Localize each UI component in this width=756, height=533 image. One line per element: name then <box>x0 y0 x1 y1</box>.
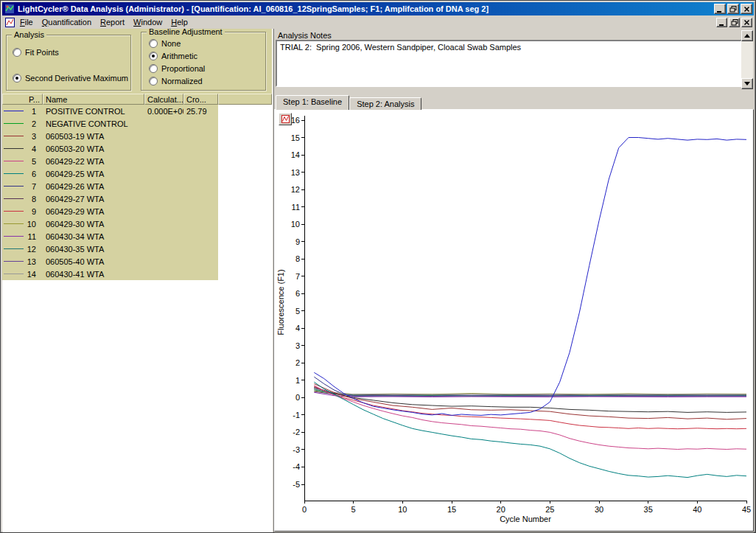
tab-label: Step 1: Baseline <box>283 97 342 106</box>
step-tabs: Step 1: BaselineStep 2: Analysis <box>276 95 754 110</box>
scroll-down-button[interactable] <box>741 78 753 89</box>
svg-text:12: 12 <box>291 185 300 194</box>
sample-color-line <box>4 111 24 111</box>
radio-label: Second Derivative Maximum <box>25 74 128 83</box>
cell-name: 060430-35 WTA <box>43 245 144 254</box>
mdi-restore-button[interactable] <box>729 18 740 27</box>
document-chart-icon-image <box>5 18 15 27</box>
position-number: 3 <box>24 132 43 141</box>
svg-text:Cycle Number: Cycle Number <box>500 515 551 523</box>
radio-circle-icon <box>149 39 158 48</box>
sample-color-line <box>4 136 24 136</box>
app-icon[interactable] <box>4 4 15 14</box>
arrow-up-icon <box>744 34 750 38</box>
menubar: FileQuantificationReportWindowHelp <box>2 15 754 29</box>
column-header-calculat[interactable]: Calculat... <box>144 94 183 105</box>
radio-label: Normalized <box>161 77 203 86</box>
sample-color-line <box>4 123 24 124</box>
sample-color-line <box>4 161 24 161</box>
tab-step-1-baseline[interactable]: Step 1: Baseline <box>276 95 349 110</box>
radio-proportional[interactable]: Proportional <box>149 63 265 73</box>
sample-table-header: P...NameCalculat...Cro... <box>2 94 272 105</box>
table-row[interactable]: 2NEGATIVE CONTROL <box>2 117 218 130</box>
cell-calculated: 0.000E+00 <box>144 107 183 116</box>
cell-name: 060505-40 WTA <box>43 257 144 266</box>
cell-position: 12 <box>2 245 43 254</box>
position-number: 9 <box>24 207 43 216</box>
svg-text:5: 5 <box>351 505 356 514</box>
column-header-name[interactable]: Name <box>43 94 144 105</box>
menu-help[interactable]: Help <box>167 16 192 28</box>
baseline-radio-group: NoneArithmeticProportionalNormalized <box>141 32 265 86</box>
table-row[interactable]: 12060430-35 WTA <box>2 243 218 255</box>
table-row[interactable]: 7060429-26 WTA <box>2 180 218 192</box>
menu-window[interactable]: Window <box>129 16 167 28</box>
sample-color-line <box>4 211 24 212</box>
table-row[interactable]: 4060503-20 WTA <box>2 142 218 155</box>
cell-name: 060429-30 WTA <box>43 220 144 229</box>
position-number: 10 <box>24 220 43 229</box>
cell-name: 060430-34 WTA <box>43 232 144 241</box>
table-row[interactable]: 1POSITIVE CONTROL0.000E+0025.79 <box>2 105 218 117</box>
svg-text:15: 15 <box>447 505 456 514</box>
cell-name: 060430-41 WTA <box>43 270 144 279</box>
sample-color-line <box>4 274 24 274</box>
cell-position: 5 <box>2 157 43 166</box>
menu-quantification[interactable]: Quantification <box>38 16 96 28</box>
main-content: Analysis Fit PointsSecond Derivative Max… <box>2 29 754 532</box>
svg-text:1: 1 <box>295 376 300 385</box>
table-row[interactable]: 14060430-41 WTA <box>2 268 218 280</box>
svg-text:25: 25 <box>545 505 554 514</box>
table-row[interactable]: 8060429-27 WTA <box>2 192 218 205</box>
scrollbar-track[interactable] <box>741 41 753 78</box>
table-row[interactable]: 11060430-34 WTA <box>2 230 218 243</box>
mdi-minimize-button[interactable] <box>716 18 727 27</box>
cell-name: 060429-25 WTA <box>43 170 144 178</box>
table-row[interactable]: 5060429-22 WTA <box>2 155 218 167</box>
svg-text:13: 13 <box>291 168 300 177</box>
analysis-groupbox: Analysis Fit PointsSecond Derivative Max… <box>6 35 131 91</box>
scroll-up-button[interactable] <box>741 30 753 41</box>
table-row[interactable]: 6060429-25 WTA <box>2 167 218 180</box>
svg-text:9: 9 <box>295 237 300 246</box>
table-row[interactable]: 9060429-29 WTA <box>2 205 218 217</box>
left-panel: Analysis Fit PointsSecond Derivative Max… <box>2 29 272 532</box>
cell-position: 14 <box>2 270 43 279</box>
position-number: 8 <box>24 195 43 203</box>
column-header-cro[interactable]: Cro... <box>183 94 218 105</box>
radio-second-derivative-maximum[interactable]: Second Derivative Maximum <box>13 73 130 83</box>
curve-display-toggle-button[interactable] <box>279 113 292 125</box>
tab-step-2-analysis[interactable]: Step 2: Analysis <box>349 97 421 110</box>
arrow-down-icon <box>744 82 750 86</box>
curve-060429-26-wta <box>314 377 746 396</box>
radio-normalized[interactable]: Normalized <box>149 76 265 86</box>
restore-button[interactable] <box>727 4 739 14</box>
mdi-close-button[interactable] <box>741 18 752 27</box>
radio-arithmetic[interactable]: Arithmetic <box>149 51 265 60</box>
restore-icon <box>731 19 738 26</box>
cell-position: 6 <box>2 170 43 178</box>
svg-text:0: 0 <box>295 393 300 402</box>
table-row[interactable]: 10060429-30 WTA <box>2 217 218 230</box>
menu-file[interactable]: File <box>15 16 38 28</box>
curve-060503-19-wta <box>314 384 746 419</box>
table-row[interactable]: 13060505-40 WTA <box>2 255 218 268</box>
menu-report[interactable]: Report <box>96 16 129 28</box>
svg-text:-3: -3 <box>293 445 300 454</box>
cell-position: 13 <box>2 257 43 266</box>
radio-fit-points[interactable]: Fit Points <box>13 47 130 57</box>
document-chart-icon[interactable] <box>4 17 15 27</box>
position-number: 12 <box>24 245 43 254</box>
close-button[interactable] <box>741 4 752 14</box>
column-header-p[interactable]: P... <box>2 94 43 105</box>
radio-circle-icon <box>149 52 158 60</box>
table-row[interactable]: 3060503-19 WTA <box>2 130 218 142</box>
minimize-button[interactable] <box>714 4 726 14</box>
analysis-notes-textarea[interactable]: TRIAL 2: Spring 2006, Western Sandpiper,… <box>276 40 742 87</box>
notes-scrollbar <box>741 30 753 89</box>
radio-none[interactable]: None <box>149 38 265 48</box>
sample-table-body: 1POSITIVE CONTROL0.000E+0025.792NEGATIVE… <box>2 105 272 280</box>
svg-text:45: 45 <box>742 505 751 514</box>
position-number: 14 <box>24 270 43 279</box>
svg-text:11: 11 <box>292 203 300 212</box>
